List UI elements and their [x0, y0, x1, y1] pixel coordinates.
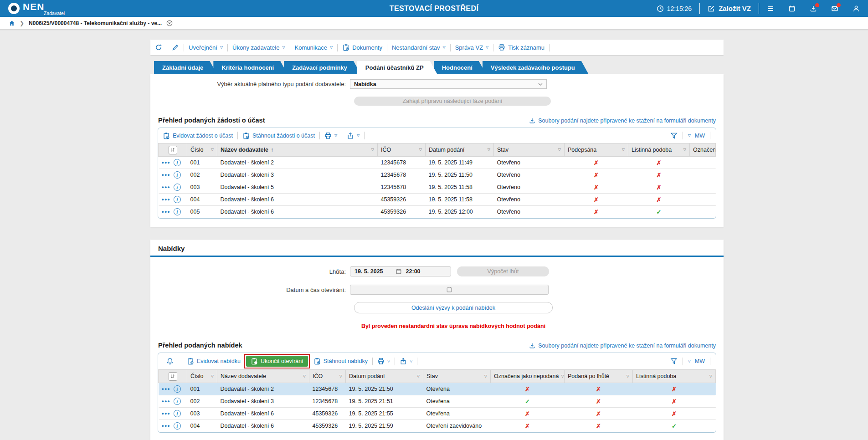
info-icon[interactable]: i: [174, 171, 181, 179]
row-menu-icon[interactable]: ●●●: [162, 185, 170, 189]
column-settings-button[interactable]: [169, 372, 177, 381]
col-ico[interactable]: IČO▽: [378, 143, 426, 157]
info-icon[interactable]: i: [174, 410, 181, 417]
row-menu-icon[interactable]: ●●●: [162, 424, 170, 428]
finish-opening-button[interactable]: Ukončit otevírání: [246, 356, 308, 367]
col-nazev-dodavatele[interactable]: Název dodavatele▽: [217, 370, 309, 383]
filter-icon[interactable]: ▽: [683, 148, 686, 152]
pencil-icon[interactable]: [172, 44, 179, 51]
next-phase-button[interactable]: Zahájit přípravu následující fáze podání: [354, 97, 551, 106]
mw-button[interactable]: MW: [695, 358, 705, 364]
close-tab-icon[interactable]: [166, 20, 173, 26]
print-menu-button[interactable]: ▽: [377, 358, 390, 365]
row-menu-icon[interactable]: ●●●: [162, 387, 170, 391]
menu-nestandardni-stav[interactable]: Nestandardní stav▽: [392, 44, 446, 51]
filter-icon[interactable]: ▽: [488, 148, 490, 152]
info-icon[interactable]: i: [174, 208, 181, 215]
tab-kriteria-hodnoceni[interactable]: Kritéria hodnocení: [213, 61, 288, 74]
download-requests-button[interactable]: Stáhnout žádosti o účast: [242, 132, 315, 139]
filter-dropdown-icon[interactable]: ▽: [688, 359, 691, 363]
info-icon[interactable]: i: [174, 196, 181, 203]
menu-ukony-zadavatele[interactable]: Úkony zadavatele▽: [232, 44, 285, 51]
filter-icon[interactable]: ▽: [417, 374, 420, 378]
filter-icon[interactable]: ▽: [211, 148, 214, 152]
table-row[interactable]: ●●●i 001Dodavatel - školení 21234567819.…: [159, 157, 716, 169]
downloads-button[interactable]: [810, 5, 817, 12]
row-menu-icon[interactable]: ●●●: [162, 173, 170, 177]
table-row[interactable]: ●●●i 004Dodavatel - školení 64535932619.…: [159, 194, 716, 206]
row-menu-icon[interactable]: ●●●: [162, 210, 170, 214]
table-row[interactable]: ●●●i 003Dodavatel - školení 64535932619.…: [159, 408, 716, 420]
nen-logo[interactable]: NEN Zadavatel: [8, 1, 77, 16]
info-icon[interactable]: i: [174, 159, 181, 166]
filter-icon[interactable]: ▽: [484, 374, 487, 378]
export-menu-button[interactable]: ▽: [347, 132, 360, 139]
tab-hodnoceni[interactable]: Hodnocení: [434, 61, 486, 74]
col-oznacena-jako-nepodana[interactable]: Označena jako nepodaná▽: [491, 370, 565, 383]
mw-button[interactable]: MW: [695, 133, 705, 139]
filter-icon[interactable]: ▽: [627, 374, 629, 378]
col-stav[interactable]: Stav▽: [423, 370, 491, 383]
row-menu-icon[interactable]: ●●●: [162, 160, 170, 165]
alarm-icon[interactable]: [166, 358, 174, 365]
tab-vysledek-zadavaciho-postupu[interactable]: Výsledek zadávacího postupu: [483, 61, 589, 74]
filter-icon[interactable]: ▽: [419, 148, 422, 152]
menu-icon[interactable]: [767, 5, 774, 12]
table-row-selected[interactable]: ●●●i 001Dodavatel - školení 21234567819.…: [159, 383, 716, 395]
filter-icon[interactable]: ▽: [303, 374, 306, 378]
user-icon[interactable]: [853, 5, 860, 12]
col-cislo[interactable]: Číslo▽: [187, 370, 217, 383]
requests-download-note-link[interactable]: Soubory podání najdete připravené ke sta…: [529, 118, 716, 124]
filter-icon[interactable]: [670, 358, 678, 365]
menu-komunikace[interactable]: Komunikace▽: [295, 44, 333, 51]
messages-button[interactable]: [831, 5, 838, 12]
menu-tisk-zaznamu[interactable]: Tisk záznamu: [498, 44, 544, 51]
info-icon[interactable]: i: [174, 422, 181, 430]
menu-dokumenty[interactable]: Dokumenty: [342, 44, 382, 51]
download-offers-button[interactable]: Stáhnout nabídky: [313, 358, 368, 365]
tab-zadavaci-podminky[interactable]: Zadávací podmínky: [284, 61, 361, 74]
table-row[interactable]: ●●●i 002Dodavatel - školení 31234567819.…: [159, 169, 716, 181]
filter-icon[interactable]: ▽: [622, 148, 625, 152]
menu-uverejneni[interactable]: Uveřejnění▽: [189, 44, 223, 51]
filter-icon[interactable]: ▽: [709, 374, 712, 378]
column-settings-button[interactable]: [169, 146, 177, 154]
col-stav[interactable]: Stav▽: [494, 143, 565, 157]
offers-download-note-link[interactable]: Soubory podání najdete připravené ke sta…: [529, 343, 716, 349]
filter-icon[interactable]: ▽: [558, 148, 561, 152]
register-request-button[interactable]: Evidovat žádost o účast: [163, 132, 233, 139]
deadline-field[interactable]: 19. 5. 2025 22:00: [350, 266, 451, 276]
col-cislo[interactable]: Číslo▽: [187, 143, 217, 157]
calendar-icon[interactable]: [446, 287, 452, 293]
col-datum-podani[interactable]: Datum podání▽: [346, 370, 423, 383]
export-menu-button[interactable]: ▽: [400, 358, 412, 365]
col-oznacena[interactable]: Označena jako nepodaná: [690, 143, 716, 157]
register-offer-button[interactable]: Evidovat nabídku: [187, 358, 241, 365]
filter-icon[interactable]: ▽: [339, 374, 342, 378]
home-icon[interactable]: [9, 20, 15, 26]
filter-icon[interactable]: ▽: [561, 374, 564, 378]
col-listinna-podoba[interactable]: Listinná podoba▽: [633, 370, 716, 383]
tab-zakladni-udaje[interactable]: Základní údaje: [154, 61, 217, 74]
filter-dropdown-icon[interactable]: ▽: [688, 134, 691, 138]
print-menu-button[interactable]: ▽: [324, 132, 337, 139]
calendar-icon[interactable]: [788, 5, 796, 12]
col-nazev-dodavatele[interactable]: Název dodavatele↑▽: [217, 143, 378, 157]
row-menu-icon[interactable]: ●●●: [162, 197, 170, 202]
col-podepsana[interactable]: Podepsána▽: [565, 143, 628, 157]
col-listinna-podoba[interactable]: Listinná podoba▽: [628, 143, 690, 157]
col-podana-po-lhute[interactable]: Podaná po lhůtě▽: [565, 370, 633, 383]
table-row[interactable]: ●●●i 003Dodavatel - školení 51234567819.…: [159, 181, 716, 194]
tab-podani-ucastniku-zp[interactable]: Podání účastníků ZP: [357, 61, 437, 74]
col-datum-podani[interactable]: Datum podání▽: [426, 143, 494, 157]
calendar-icon[interactable]: [395, 268, 402, 275]
info-icon[interactable]: i: [174, 398, 181, 405]
calc-deadlines-button[interactable]: Výpočet lhůt: [457, 266, 549, 276]
col-ico[interactable]: IČO▽: [309, 370, 346, 383]
filter-icon[interactable]: ▽: [371, 148, 374, 152]
opening-datetime-field[interactable]: [350, 285, 549, 295]
row-menu-icon[interactable]: ●●●: [162, 399, 170, 404]
filter-icon[interactable]: ▽: [211, 374, 214, 378]
table-row[interactable]: ●●●i 002Dodavatel - školení 31234567819.…: [159, 395, 716, 408]
info-icon[interactable]: i: [174, 385, 181, 393]
